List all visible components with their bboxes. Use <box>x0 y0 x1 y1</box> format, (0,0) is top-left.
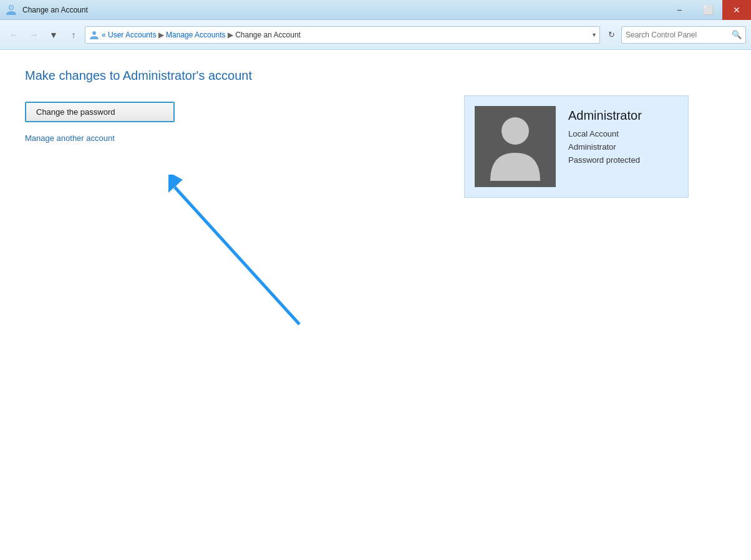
forward-button[interactable]: → <box>25 26 42 44</box>
account-detail-2: Administrator <box>568 141 642 154</box>
title-bar-left: Change an Account <box>5 4 88 16</box>
manage-another-link[interactable]: Manage another account <box>25 133 115 143</box>
title-bar: Change an Account − ⬜ ✕ <box>0 0 751 20</box>
maximize-button[interactable]: ⬜ <box>694 0 722 20</box>
left-panel: Change the password Manage another accou… <box>25 102 243 143</box>
breadcrumb-user-accounts[interactable]: « User Accounts <box>102 31 156 39</box>
breadcrumb-sep1: ▶ <box>158 31 164 39</box>
search-input[interactable] <box>626 31 729 39</box>
svg-point-2 <box>92 31 96 35</box>
window-icon <box>5 4 17 16</box>
window-controls: − ⬜ ✕ <box>665 0 751 20</box>
address-icon <box>89 30 99 40</box>
svg-point-1 <box>9 6 13 9</box>
account-name: Administrator <box>568 109 642 123</box>
change-password-button[interactable]: Change the password <box>25 102 175 122</box>
breadcrumb-current: Change an Account <box>235 31 301 39</box>
account-card: Administrator Local Account Administrato… <box>464 95 689 198</box>
account-panel: Administrator Local Account Administrato… <box>464 95 689 198</box>
search-bar: 🔍 <box>621 26 746 44</box>
address-dropdown-button[interactable]: ▾ <box>593 31 596 38</box>
svg-point-3 <box>501 117 529 145</box>
back-button[interactable]: ← <box>5 26 22 44</box>
user-silhouette-icon <box>487 112 543 181</box>
account-info: Administrator Local Account Administrato… <box>568 106 642 167</box>
up-button[interactable]: ↑ <box>65 26 82 44</box>
window-title: Change an Account <box>22 6 88 14</box>
arrow-annotation <box>168 175 312 339</box>
close-button[interactable]: ✕ <box>722 0 751 20</box>
minimize-button[interactable]: − <box>665 0 694 20</box>
account-detail-3: Password protected <box>568 154 642 167</box>
dropdown-arrow-button[interactable]: ▼ <box>45 26 62 44</box>
search-button[interactable]: 🔍 <box>732 30 742 39</box>
main-content: Make changes to Administrator's account … <box>0 50 751 560</box>
svg-line-5 <box>175 187 299 324</box>
address-bar: « User Accounts ▶ Manage Accounts ▶ Chan… <box>85 26 600 44</box>
refresh-button[interactable]: ↻ <box>604 27 619 42</box>
page-heading: Make changes to Administrator's account <box>25 69 726 83</box>
account-avatar <box>475 106 556 187</box>
breadcrumb-manage-accounts[interactable]: Manage Accounts <box>166 31 225 39</box>
breadcrumb-sep2: ▶ <box>228 31 233 39</box>
breadcrumb-root: « User Accounts ▶ Manage Accounts ▶ Chan… <box>102 31 301 39</box>
account-detail-1: Local Account <box>568 128 642 141</box>
nav-bar: ← → ▼ ↑ « User Accounts ▶ Manage Account… <box>0 20 751 50</box>
